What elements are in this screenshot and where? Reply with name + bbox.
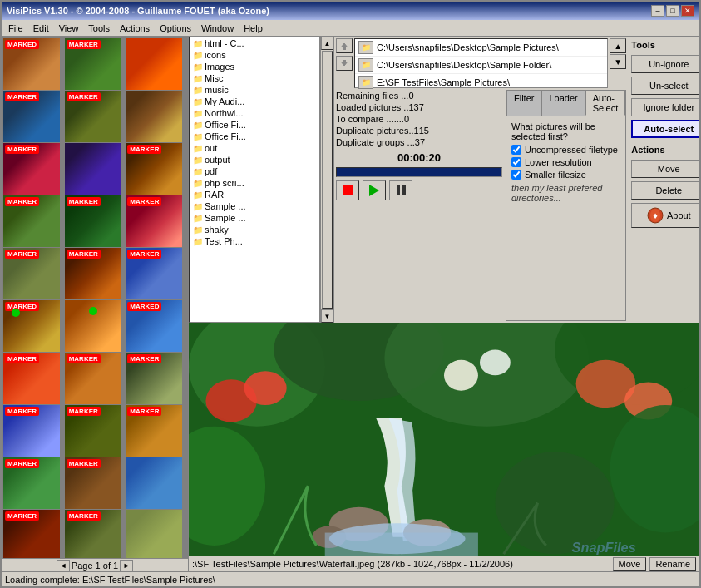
tree-item-html[interactable]: 📁html - C... xyxy=(190,37,319,49)
thumbnail-item[interactable]: MARKER xyxy=(65,457,121,509)
tree-scrollbar[interactable]: ▲ ▼ xyxy=(320,37,333,323)
tree-item-misc[interactable]: 📁Misc xyxy=(190,72,319,84)
tools-panel: Tools Un-ignore Un-select Ignore folder … xyxy=(628,37,699,323)
tree-item-output[interactable]: 📁output xyxy=(190,154,319,166)
stop-button[interactable] xyxy=(336,180,359,200)
minimize-button[interactable]: – xyxy=(651,5,664,17)
thumbnail-item[interactable]: MARKED xyxy=(3,38,60,90)
thumbnail-item[interactable]: MARKER xyxy=(65,195,121,247)
main-image[interactable]: SnapFiles xyxy=(189,323,699,556)
path-item-2[interactable]: 📁 C:\Users\snapfiles\Desktop\Sample Fold… xyxy=(355,57,607,74)
close-button[interactable]: ✕ xyxy=(681,5,694,17)
tree-item-icons[interactable]: 📁icons xyxy=(190,49,319,61)
status-rename-button[interactable]: Rename xyxy=(649,557,696,571)
stat-loaded: Loaded pictures ..137 xyxy=(336,101,502,113)
thumbnail-item[interactable]: MARKED xyxy=(3,300,60,352)
thumbnail-item[interactable]: MARKER xyxy=(65,91,121,142)
thumbnail-item[interactable]: MARKER xyxy=(3,457,60,509)
thumbnail-item[interactable]: MARKER xyxy=(126,195,182,247)
thumbnail-item[interactable]: MARKER xyxy=(3,91,60,142)
path-up-right-button[interactable]: ▲ xyxy=(610,38,626,53)
thumbnail-item[interactable]: MARKER xyxy=(65,510,121,558)
pause-button[interactable] xyxy=(389,180,412,200)
thumbnail-item[interactable]: MARKER xyxy=(3,248,60,299)
checkbox-uncompressed-input[interactable] xyxy=(511,145,521,155)
title-bar: VisiPics V1.30 - © 2004-2008 - Guillaume… xyxy=(2,2,699,20)
next-page-button[interactable]: ► xyxy=(120,560,133,571)
tree-item-sample2[interactable]: 📁Sample ... xyxy=(190,212,319,224)
delete-button[interactable]: Delete xyxy=(631,181,699,200)
thumbnail-item[interactable] xyxy=(126,457,182,509)
path-item-1[interactable]: 📁 C:\Users\snapfiles\Desktop\Sample Pict… xyxy=(355,39,607,57)
title-text: VisiPics V1.30 - © 2004-2008 - Guillaume… xyxy=(7,6,269,16)
prev-page-button[interactable]: ◄ xyxy=(57,560,70,571)
pause-icon xyxy=(397,185,406,195)
tree-item-phpscri[interactable]: 📁php scri... xyxy=(190,177,319,189)
tree-item-testph[interactable]: 📁Test Ph... xyxy=(190,235,319,247)
tree-item-northwi[interactable]: 📁Northwi... xyxy=(190,107,319,119)
thumbnail-item[interactable]: MARKER xyxy=(3,510,60,558)
move-button[interactable]: Move xyxy=(631,160,699,178)
tree-item-office1[interactable]: 📁Office Fi... xyxy=(190,119,319,131)
tree-item-myaudi[interactable]: 📁My Audi... xyxy=(190,96,319,107)
status-move-button[interactable]: Move xyxy=(613,557,647,571)
scroll-thumb[interactable] xyxy=(322,51,333,309)
thumbnail-item[interactable]: MARKED xyxy=(126,300,182,352)
path-add-button[interactable] xyxy=(336,56,353,71)
thumbnail-item[interactable]: MARKER xyxy=(3,195,60,247)
path-nav-buttons xyxy=(336,38,353,88)
checkbox-lower-res-input[interactable] xyxy=(511,157,521,167)
menu-options[interactable]: Options xyxy=(155,22,196,35)
menu-window[interactable]: Window xyxy=(196,22,239,35)
status-bottom: Loading complete: E:\SF TestFiles\Sample… xyxy=(2,571,699,586)
thumbnail-item[interactable]: MARKER xyxy=(3,405,60,457)
tab-filter[interactable]: Filter xyxy=(506,91,541,116)
thumbnail-item[interactable]: MARKER xyxy=(3,143,60,195)
menu-tools[interactable]: Tools xyxy=(83,22,115,35)
thumbnail-item[interactable]: MARKER xyxy=(126,405,182,457)
path-up-button[interactable] xyxy=(336,38,353,53)
paths-list: 📁 C:\Users\snapfiles\Desktop\Sample Pict… xyxy=(354,38,608,88)
ignore-folder-button[interactable]: Ignore folder xyxy=(631,98,699,116)
path-item-3[interactable]: 📁 E:\SF TestFiles\Sample Pictures\ xyxy=(355,74,607,91)
maximize-button[interactable]: □ xyxy=(666,5,679,17)
svg-rect-1 xyxy=(343,60,346,63)
thumbnail-item[interactable] xyxy=(126,510,182,558)
tree-item-music[interactable]: 📁music xyxy=(190,84,319,96)
tab-loader[interactable]: Loader xyxy=(541,91,585,116)
auto-select-button[interactable]: Auto-select xyxy=(631,120,699,138)
scroll-up-arrow[interactable]: ▲ xyxy=(321,37,333,50)
tree-item-shaky[interactable]: 📁shaky xyxy=(190,224,319,235)
tree-item-rar[interactable]: 📁RAR xyxy=(190,189,319,200)
menu-view[interactable]: View xyxy=(54,22,84,35)
tree-item-office2[interactable]: 📁Office Fi... xyxy=(190,131,319,142)
menu-actions[interactable]: Actions xyxy=(115,22,155,35)
play-button[interactable] xyxy=(363,180,386,200)
unignore-button[interactable]: Un-ignore xyxy=(631,55,699,73)
thumbnail-item[interactable]: MARKER xyxy=(3,353,60,404)
thumbnail-item[interactable]: MARKER xyxy=(65,38,121,90)
tree-item-out[interactable]: 📁out xyxy=(190,142,319,154)
thumbnail-item[interactable]: MARKER xyxy=(65,353,121,404)
about-button[interactable]: ♦ About xyxy=(631,203,699,228)
tree-item-sample1[interactable]: 📁Sample ... xyxy=(190,200,319,212)
scroll-down-arrow[interactable]: ▼ xyxy=(321,309,333,323)
menu-edit[interactable]: Edit xyxy=(28,22,54,35)
tab-autoselect[interactable]: Auto-Select xyxy=(585,91,626,116)
thumbnail-item[interactable]: MARKER xyxy=(65,248,121,299)
menu-help[interactable]: Help xyxy=(239,22,268,35)
thumbnail-item[interactable]: MARKER xyxy=(126,353,182,404)
thumbnail-item[interactable] xyxy=(65,143,121,195)
checkbox-smaller-file-input[interactable] xyxy=(511,170,521,180)
thumbnail-item[interactable] xyxy=(126,91,182,142)
unselect-button[interactable]: Un-select xyxy=(631,77,699,95)
menu-file[interactable]: File xyxy=(3,22,28,35)
thumbnail-item[interactable]: MARKER xyxy=(65,405,121,457)
path-down-right-button[interactable]: ▼ xyxy=(610,54,626,69)
thumbnail-item[interactable] xyxy=(126,38,182,90)
tree-item-pdf[interactable]: 📁pdf xyxy=(190,166,319,177)
tree-item-images[interactable]: 📁Images xyxy=(190,61,319,72)
thumbnail-item[interactable]: MARKER xyxy=(126,143,182,195)
thumbnail-item[interactable] xyxy=(65,300,121,352)
thumbnail-item[interactable]: MARKER xyxy=(126,248,182,299)
